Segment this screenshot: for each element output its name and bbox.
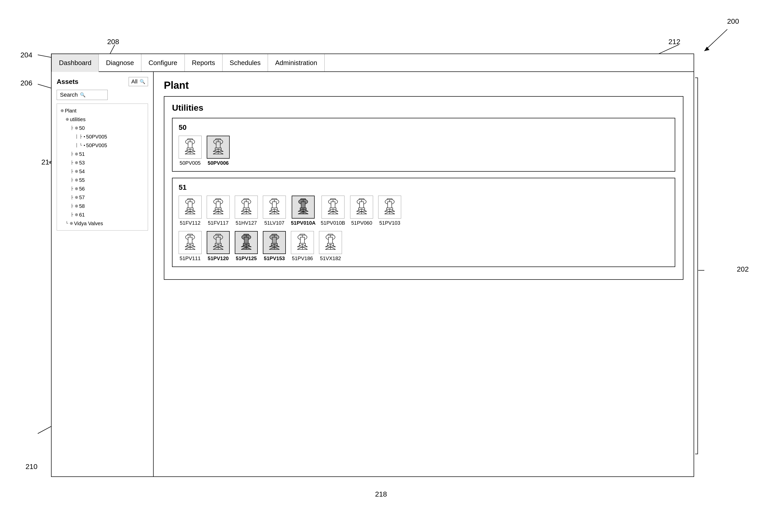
sidebar-title: Assets [57,78,78,86]
asset-icon-box-51fv117 [207,196,230,219]
valve-icon-51pv111 [183,233,198,251]
asset-item-51pv111[interactable]: 51PV111 [179,231,201,261]
asset-icon-box-51pv120 [207,231,230,254]
tree-connector-50pv005b: │ [76,142,78,149]
valve-icon-51pv060 [354,198,369,216]
tree-item-50pv005a[interactable]: │ ├ ▪ 50PV005 [76,132,144,141]
page-title: Plant [164,80,683,91]
asset-label-51lv107: 51LV107 [265,220,284,226]
asset-icon-box-51pv010a [292,196,315,219]
tree-item-55[interactable]: ├ ⊕ 55 [71,176,144,184]
tree-item-50[interactable]: ├ ⊕ 50 [71,124,144,132]
asset-label-51pv125: 51PV125 [236,255,257,261]
asset-icon-box-51pv103 [378,196,401,219]
tree-label-utilities: utilities [70,115,86,124]
tree-item-vidya[interactable]: └ ⊕ Vidya Valves [66,219,144,228]
tree-connector-53: ├ [71,160,73,166]
valve-icon-51pv125 [239,233,254,251]
filter-box[interactable]: All 🔍 [129,77,148,86]
asset-item-51pv120[interactable]: 51PV120 [207,231,230,261]
asset-item-51pv103[interactable]: 51PV103 [378,196,401,226]
svg-rect-35 [216,139,221,140]
valve-icon-51pv103 [382,198,397,216]
filter-search-icon: 🔍 [140,79,145,85]
svg-rect-147 [328,234,333,235]
tree-item-53[interactable]: ├ ⊕ 53 [71,159,144,167]
asset-item-51pv060[interactable]: 51PV060 [350,196,373,226]
tree-label-plant: Plant [65,106,77,115]
svg-rect-91 [359,199,364,200]
svg-rect-59 [244,199,249,200]
tree-connector-54: ├ [71,168,73,174]
valve-icon-51pv010a [295,198,311,216]
ref-210: 210 [26,463,38,471]
tree-item-51[interactable]: ├ ⊕ 51 [71,150,144,159]
asset-label-51pv186: 51PV186 [292,255,313,261]
tab-administration[interactable]: Administration [268,54,325,71]
tree-icon-50pv005a: ▪ [84,133,85,140]
asset-item-51fv112[interactable]: 51FV112 [179,196,201,226]
svg-line-0 [704,29,727,51]
tab-reports[interactable]: Reports [185,54,222,71]
tree-icon-53: ⊕ [75,159,78,166]
tab-diagnose[interactable]: Diagnose [99,54,141,71]
asset-item-51pv186[interactable]: 51PV186 [291,231,314,261]
utilities-panel: Utilities 50 [164,96,683,280]
svg-rect-75 [301,199,306,200]
tree-item-57[interactable]: ├ ⊕ 57 [71,193,144,202]
tree-item-61[interactable]: ├ ⊕ 61 [71,210,144,219]
tree-icon-54: ⊕ [75,168,78,175]
search-box[interactable]: Search 🔍 [57,90,108,100]
tree-connector2-50pv005a: ├ [80,134,82,140]
tree-item-54[interactable]: ├ ⊕ 54 [71,167,144,176]
svg-rect-27 [188,139,193,140]
content-area: Assets All 🔍 Search 🔍 ⊕ Plant [51,72,694,476]
valve-icon-51pv153 [267,233,282,251]
asset-label-51fv117: 51FV117 [208,220,228,226]
asset-icon-box-51hv127 [235,196,258,219]
asset-label-50pv006: 50PV006 [208,160,229,166]
asset-label-51pv111: 51PV111 [180,255,200,261]
tab-configure[interactable]: Configure [141,54,185,71]
tree-label-50pv005b: 50PV005 [86,141,107,150]
asset-label-51pv060: 51PV060 [351,220,372,226]
tab-bar: Dashboard Diagnose Configure Reports Sch… [51,54,694,72]
valve-icon-51pv010b [325,198,341,216]
utilities-title: Utilities [172,103,675,113]
asset-icon-box-51pv111 [179,231,201,254]
asset-item-51pv153[interactable]: 51PV153 [263,231,286,261]
asset-item-51hv127[interactable]: 51HV127 [235,196,258,226]
asset-icon-box-50pv006 [207,136,230,159]
sidebar-panel: Assets All 🔍 Search 🔍 ⊕ Plant [51,72,154,476]
tree-item-50pv005b[interactable]: │ └ ▪ 50PV005 [76,141,144,150]
tree-label-57: 57 [79,193,85,202]
asset-item-50pv006[interactable]: 50PV006 [207,136,230,166]
asset-item-51pv125[interactable]: 51PV125 [235,231,258,261]
tab-schedules[interactable]: Schedules [222,54,268,71]
asset-item-51pv010a[interactable]: 51PV010A [291,196,316,226]
tree-item-58[interactable]: ├ ⊕ 58 [71,202,144,210]
asset-icon-box-51fv112 [179,196,201,219]
tree-item-plant[interactable]: ⊕ Plant [60,106,144,115]
filter-label: All [131,78,137,85]
tab-dashboard[interactable]: Dashboard [51,54,99,72]
asset-item-51lv107[interactable]: 51LV107 [263,196,286,226]
tree-label-58: 58 [79,202,85,210]
asset-item-51pv010b[interactable]: 51PV010B [321,196,345,226]
tree-label-54: 54 [79,167,85,176]
asset-item-50pv005[interactable]: 50PV005 [179,136,201,166]
asset-item-51fv117[interactable]: 51FV117 [207,196,230,226]
tree-item-56[interactable]: ├ ⊕ 56 [71,184,144,193]
asset-label-51hv127: 51HV127 [236,220,257,226]
asset-grid-51: 51FV112 [179,196,669,226]
asset-icon-box-51pv125 [235,231,258,254]
tree-icon-55: ⊕ [75,176,78,183]
asset-item-51vx182[interactable]: 51VX182 [319,231,342,261]
tree-item-utilities[interactable]: ⊕ utilities [66,115,144,124]
asset-label-51pv103: 51PV103 [379,220,400,226]
tree-label-61: 61 [79,210,85,219]
outer-box: Dashboard Diagnose Configure Reports Sch… [51,53,694,477]
tree-icon-51: ⊕ [75,151,78,157]
asset-icon-box-51pv153 [263,231,286,254]
ref-200: 200 [727,17,739,26]
